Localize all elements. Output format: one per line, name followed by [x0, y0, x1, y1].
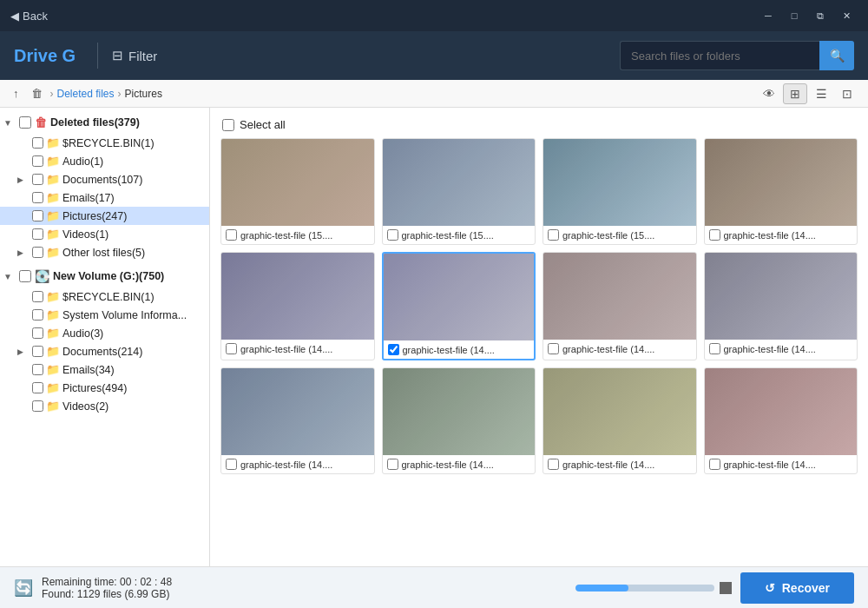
sidebar-volume-label: New Volume (G:)(750) — [53, 270, 164, 282]
select-all-label[interactable]: Select all — [240, 118, 286, 131]
checkbox-volume-section[interactable] — [19, 270, 31, 282]
file-checkbox[interactable] — [226, 459, 237, 470]
remaining-time: Remaining time: 00 : 02 : 48 — [42, 576, 567, 588]
view-list-button[interactable]: ☰ — [809, 83, 833, 104]
sidebar-item-documents2[interactable]: ▶ 📁 Documents(214) — [0, 342, 209, 360]
file-thumbnail — [543, 253, 696, 340]
sidebar-item-videos2[interactable]: 📁 Videos(2) — [0, 397, 209, 415]
file-card[interactable]: graphic-test-file (15.... — [542, 138, 697, 245]
sidebar-item-videos1[interactable]: 📁 Videos(1) — [0, 225, 209, 243]
file-checkbox[interactable] — [548, 229, 559, 241]
sidebar-label-emails1: Emails(17) — [62, 192, 115, 204]
bottom-info: Remaining time: 00 : 02 : 48 Found: 1129… — [42, 576, 567, 600]
file-card[interactable]: graphic-test-file (14.... — [382, 367, 536, 474]
select-all-checkbox[interactable] — [222, 119, 234, 131]
checkbox-pictures1[interactable] — [32, 210, 43, 221]
filter-button[interactable]: ⊟ Filter — [112, 48, 157, 63]
sidebar-item-audio1[interactable]: 📁 Audio(1) — [0, 152, 209, 170]
sidebar-item-audio2[interactable]: 📁 Audio(3) — [0, 324, 209, 342]
file-checkbox[interactable] — [226, 343, 237, 354]
checkbox-sysvolume[interactable] — [32, 309, 43, 321]
breadcrumb-trash-button[interactable]: 🗑 — [27, 85, 47, 102]
progress-bar-outer — [575, 585, 714, 591]
checkbox-recycle1[interactable] — [32, 137, 43, 149]
file-card[interactable]: graphic-test-file (14.... — [542, 252, 697, 360]
search-input[interactable] — [620, 41, 819, 70]
close-button[interactable]: ✕ — [835, 6, 858, 25]
folder-icon: 📁 — [46, 381, 60, 394]
back-button[interactable]: ◀ Back — [10, 10, 48, 23]
file-name: graphic-test-file (15.... — [402, 230, 494, 241]
file-checkbox[interactable] — [226, 229, 237, 241]
file-checkbox[interactable] — [548, 459, 559, 470]
file-thumbnail — [705, 139, 858, 226]
checkbox-audio1[interactable] — [32, 155, 43, 167]
sidebar-item-emails1[interactable]: 📁 Emails(17) — [0, 188, 209, 207]
file-checkbox[interactable] — [387, 459, 398, 470]
file-card[interactable]: graphic-test-file (14.... — [542, 367, 697, 474]
checkbox-pictures2[interactable] — [32, 382, 43, 393]
file-card[interactable]: graphic-test-file (14.... — [220, 367, 375, 474]
breadcrumb-deleted-files[interactable]: Deleted files — [57, 88, 115, 100]
sidebar-item-pictures1[interactable]: 📁 Pictures(247) — [0, 207, 209, 225]
view-detail-button[interactable]: ⊡ — [835, 83, 859, 104]
checkbox-emails2[interactable] — [32, 364, 43, 375]
sidebar-item-recycle1[interactable]: 📁 $RECYCLE.BIN(1) — [0, 134, 209, 152]
checkbox-recycle2[interactable] — [32, 291, 43, 302]
sidebar-item-recycle2[interactable]: 📁 $RECYCLE.BIN(1) — [0, 287, 209, 306]
file-checkbox[interactable] — [387, 229, 398, 241]
sidebar-label-videos1: Videos(1) — [62, 228, 108, 241]
search-button[interactable]: 🔍 — [819, 41, 854, 70]
file-card[interactable]: graphic-test-file (15.... — [382, 138, 536, 245]
file-checkbox[interactable] — [388, 344, 399, 355]
folder-icon: 📁 — [46, 290, 60, 303]
checkbox-emails1[interactable] — [32, 192, 43, 203]
file-card[interactable]: graphic-test-file (14.... — [704, 367, 858, 474]
restore-button[interactable]: ⧉ — [809, 6, 832, 25]
scan-icon: 🔄 — [14, 578, 33, 598]
checkbox-deleted-section[interactable] — [19, 116, 31, 129]
file-checkbox[interactable] — [709, 229, 720, 241]
checkbox-otherlost[interactable] — [32, 247, 43, 258]
sidebar-label-sysvolume: System Volume Informa... — [62, 309, 187, 321]
file-checkbox[interactable] — [709, 459, 720, 470]
view-preview-button[interactable]: 👁 — [757, 83, 781, 104]
recover-label: Recover — [782, 581, 830, 595]
breadcrumb-up-button[interactable]: ↑ — [9, 85, 23, 102]
trash-icon: 🗑 — [35, 116, 47, 129]
checkbox-videos2[interactable] — [32, 400, 43, 412]
checkbox-documents2[interactable] — [32, 346, 43, 357]
minimize-button[interactable]: ─ — [757, 6, 779, 25]
window-controls: ─ □ ⧉ ✕ — [757, 6, 858, 25]
stop-button[interactable] — [720, 582, 732, 594]
sidebar-item-sysvolume[interactable]: 📁 System Volume Informa... — [0, 306, 209, 324]
sidebar-section-deleted[interactable]: ▼ 🗑 Deleted files(379) — [0, 111, 209, 134]
back-label: Back — [23, 10, 48, 23]
sidebar-item-emails2[interactable]: 📁 Emails(34) — [0, 360, 209, 379]
file-card[interactable]: graphic-test-file (14.... — [704, 138, 858, 245]
sidebar-section-volume[interactable]: ▼ 💽 New Volume (G:)(750) — [0, 265, 209, 287]
maximize-button[interactable]: □ — [783, 6, 806, 25]
file-card[interactable]: graphic-test-file (14.... — [704, 252, 858, 360]
file-card[interactable]: graphic-test-file (14.... — [220, 252, 375, 360]
checkbox-videos1[interactable] — [32, 228, 43, 240]
file-name: graphic-test-file (14.... — [724, 459, 816, 470]
sidebar-item-pictures2[interactable]: 📁 Pictures(494) — [0, 379, 209, 397]
view-grid-button[interactable]: ⊞ — [783, 83, 807, 104]
file-checkbox[interactable] — [548, 343, 559, 354]
checkbox-audio2[interactable] — [32, 327, 43, 339]
file-thumbnail — [705, 253, 858, 340]
header-bar: Drive G ⊟ Filter 🔍 — [0, 31, 868, 80]
checkbox-documents1[interactable] — [32, 174, 43, 185]
search-wrapper: 🔍 — [620, 41, 854, 70]
file-card[interactable]: graphic-test-file (15.... — [220, 138, 375, 245]
file-card[interactable]: graphic-test-file (14.... — [382, 252, 536, 360]
folder-icon: 📁 — [46, 246, 60, 259]
recover-button[interactable]: ↺ Recover — [740, 572, 854, 604]
sidebar-item-documents1[interactable]: ▶ 📁 Documents(107) — [0, 170, 209, 188]
sidebar-item-otherlost[interactable]: ▶ 📁 Other lost files(5) — [0, 243, 209, 261]
file-thumbnail — [221, 139, 374, 226]
file-name: graphic-test-file (15.... — [562, 230, 654, 241]
hdd-icon: 💽 — [35, 269, 49, 283]
file-checkbox[interactable] — [709, 343, 720, 354]
